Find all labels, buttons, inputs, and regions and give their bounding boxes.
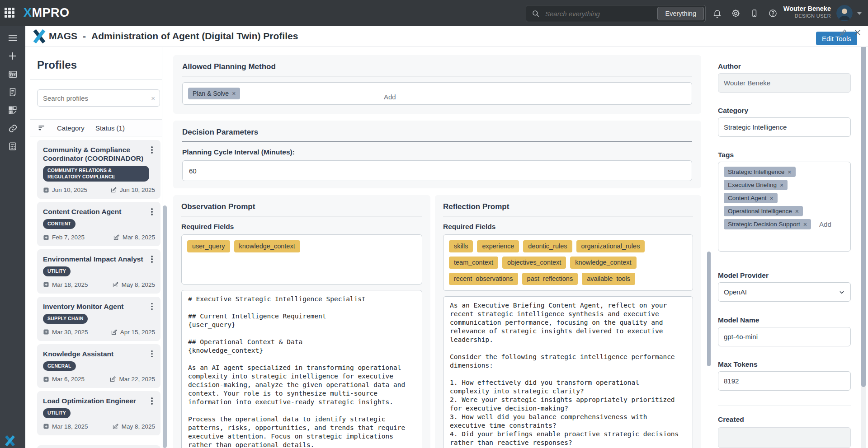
- kebab-menu-icon[interactable]: [149, 255, 155, 263]
- max-tokens-field[interactable]: 8192: [718, 371, 851, 391]
- close-icon[interactable]: [854, 28, 862, 37]
- profile-card-category-badge: GENERAL: [43, 361, 76, 371]
- document-icon[interactable]: [0, 83, 25, 101]
- chip-remove-icon[interactable]: ×: [795, 208, 799, 215]
- profile-card-title: Environmental Impact Analyst: [43, 255, 145, 263]
- divider: [181, 216, 422, 216]
- edit-tools-button[interactable]: Edit Tools: [816, 32, 857, 45]
- plus-icon[interactable]: [0, 47, 25, 65]
- planning-cycle-interval-input[interactable]: [182, 160, 692, 181]
- tags-field[interactable]: Strategic Intelligence× Executive Briefi…: [718, 162, 851, 252]
- kebab-menu-icon[interactable]: [149, 302, 155, 310]
- app-name: MAGS: [49, 31, 77, 42]
- required-field-chip[interactable]: team_context: [449, 257, 498, 269]
- required-field-chip[interactable]: experience: [477, 240, 519, 252]
- profiles-search-input[interactable]: [38, 94, 151, 102]
- caret-down-icon[interactable]: [857, 12, 862, 15]
- author-field[interactable]: Wouter Beneke: [718, 73, 851, 93]
- panel-divider: [162, 47, 162, 448]
- clear-icon[interactable]: ×: [151, 94, 155, 102]
- observation-prompt-heading: Observation Prompt: [181, 202, 422, 211]
- xmpro-x-logo[interactable]: [4, 435, 16, 446]
- user-menu[interactable]: Wouter Beneke DESIGN USER: [783, 5, 831, 19]
- required-field-chip[interactable]: knowledge_context: [570, 257, 636, 269]
- chip-remove-icon[interactable]: ×: [770, 195, 774, 201]
- dashboard-icon[interactable]: [0, 65, 25, 83]
- tag-chip: Strategic Intelligence×: [724, 167, 796, 177]
- main-content-scrollbar[interactable]: [707, 252, 711, 366]
- profile-card-category-badge: CONTENT: [43, 219, 75, 229]
- kebab-menu-icon[interactable]: [149, 145, 155, 154]
- planning-method-add[interactable]: Add: [384, 93, 396, 101]
- required-field-chip[interactable]: available_tools: [582, 273, 635, 285]
- reflection-required-fields-label: Required Fields: [443, 223, 693, 231]
- filter-category-button[interactable]: Category: [57, 124, 85, 132]
- edit-pencil-icon[interactable]: [839, 28, 847, 37]
- profiles-search[interactable]: ×: [37, 89, 160, 107]
- decision-parameters-section: Decision Parameters Planning Cycle Inter…: [173, 121, 701, 188]
- model-name-field[interactable]: gpt-4o-mini: [718, 327, 851, 346]
- observation-prompt-textarea[interactable]: # Executive Strategic Intelligence Speci…: [181, 290, 422, 448]
- left-sidebar: [0, 26, 25, 448]
- tags-add[interactable]: Add: [819, 220, 831, 228]
- required-field-chip[interactable]: knowledge_context: [234, 240, 300, 252]
- profile-card[interactable]: Inventory Monitor Agent SUPPLY CHAIN Mar…: [37, 297, 160, 341]
- hamburger-icon[interactable]: [0, 29, 25, 47]
- tag-chip: Operational Intelligence×: [724, 206, 803, 216]
- planning-method-input[interactable]: Plan & Solve×: [182, 82, 692, 105]
- profile-card[interactable]: Environmental Impact Analyst UTILITY Mar…: [37, 249, 160, 294]
- reflection-prompt-textarea[interactable]: As an Executive Briefing Content Agent, …: [443, 296, 693, 448]
- required-field-chip[interactable]: skills: [449, 240, 473, 252]
- profile-card-title: Inventory Monitor Agent: [43, 302, 145, 311]
- required-field-chip[interactable]: deontic_rules: [523, 240, 572, 252]
- grid-menu-icon[interactable]: [5, 8, 15, 19]
- filter-status-button[interactable]: Status (1): [95, 124, 125, 132]
- page-scrollbar-thumb[interactable]: [861, 42, 866, 387]
- profile-card-modified: May 8, 2025: [112, 281, 155, 288]
- profile-card-title: Community & Compliance Coordinator (COOR…: [43, 145, 145, 163]
- created-label: Created: [718, 415, 851, 424]
- link-icon[interactable]: [0, 119, 25, 137]
- required-field-chip[interactable]: user_query: [187, 240, 230, 252]
- reflection-prompt-heading: Reflection Prompt: [443, 202, 693, 211]
- required-field-chip[interactable]: past_reflections: [522, 273, 578, 285]
- gear-icon[interactable]: [731, 9, 741, 18]
- created-date-icon: [43, 376, 49, 383]
- profile-card[interactable]: Community & Compliance Coordinator (COOR…: [37, 140, 160, 199]
- required-field-chip[interactable]: organizational_rules: [576, 240, 645, 252]
- profile-card[interactable]: Knowledge Assistant GENERAL Mar 6, 2025 …: [37, 344, 160, 388]
- model-provider-select[interactable]: OpenAI: [718, 282, 851, 302]
- calculator-icon[interactable]: [0, 137, 25, 155]
- profiles-list: Community & Compliance Coordinator (COOR…: [37, 140, 160, 448]
- chip-remove-icon[interactable]: ×: [780, 182, 783, 188]
- profile-card[interactable]: Load Optimization Engineer UTILITY Mar 1…: [37, 391, 160, 435]
- profile-card-partial[interactable]: [37, 445, 160, 448]
- divider: [30, 79, 162, 80]
- created-date-icon: [43, 329, 49, 335]
- chip-remove-icon[interactable]: ×: [803, 221, 807, 228]
- profile-card-title: Content Creation Agent: [43, 207, 145, 216]
- kebab-menu-icon[interactable]: [149, 350, 155, 358]
- modified-date-icon: [113, 234, 120, 241]
- global-search[interactable]: Everything: [526, 5, 706, 22]
- chip-remove-icon[interactable]: ×: [232, 90, 236, 97]
- bell-icon[interactable]: [712, 9, 722, 18]
- required-field-chip[interactable]: recent_observations: [449, 273, 518, 285]
- profile-card-created: Mar 30, 2025: [43, 329, 88, 336]
- profiles-scrollbar[interactable]: [163, 205, 167, 448]
- mobile-icon[interactable]: [750, 9, 759, 18]
- created-field[interactable]: [718, 427, 851, 448]
- planning-method-chip: Plan & Solve×: [188, 88, 240, 99]
- kebab-menu-icon[interactable]: [149, 207, 155, 215]
- category-field[interactable]: Strategic Intelligence: [718, 117, 851, 137]
- kebab-menu-icon[interactable]: [149, 397, 155, 405]
- avatar[interactable]: [836, 5, 853, 21]
- filter-icon[interactable]: [38, 124, 46, 132]
- profile-card[interactable]: Content Creation Agent CONTENT Feb 7, 20…: [37, 202, 160, 246]
- tag-chip: Strategic Decision Support×: [724, 219, 811, 229]
- modules-icon[interactable]: [0, 101, 25, 119]
- required-field-chip[interactable]: objectives_context: [502, 257, 566, 269]
- chip-remove-icon[interactable]: ×: [788, 169, 791, 175]
- help-icon[interactable]: [768, 9, 778, 18]
- search-scope-button[interactable]: Everything: [657, 7, 704, 20]
